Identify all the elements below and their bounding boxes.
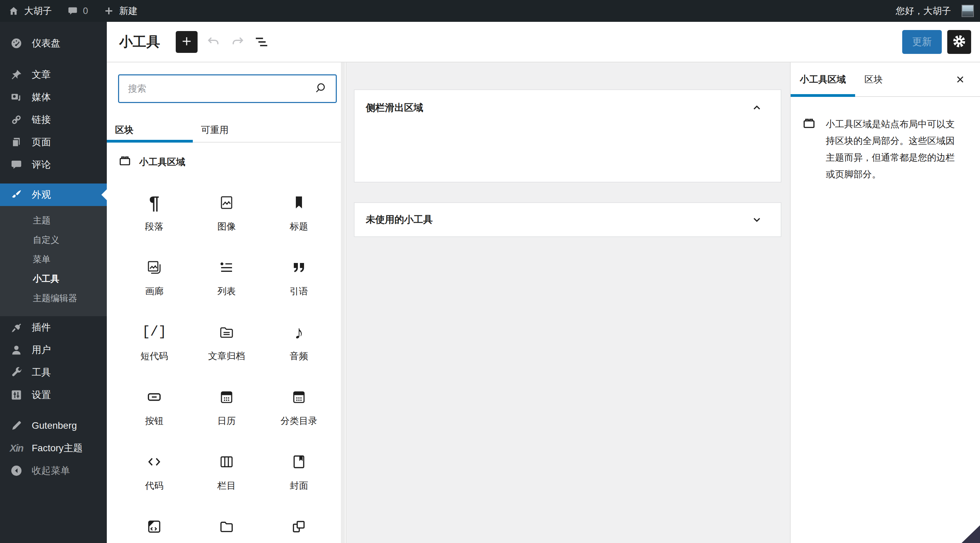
settings-button[interactable]: [947, 30, 971, 54]
cover-icon: [291, 453, 307, 471]
sidebar-item-pages[interactable]: 页面: [0, 131, 107, 154]
submenu-item-themes[interactable]: 主题: [0, 211, 107, 230]
sidebar-item-links[interactable]: 链接: [0, 108, 107, 131]
block-item-custom-html-partial[interactable]: [118, 518, 190, 543]
inserter-tabs: 区块 可重用: [107, 118, 342, 143]
block-item-calendar[interactable]: 日历: [190, 388, 263, 432]
home-icon: [8, 5, 19, 16]
sidebar-item-posts[interactable]: 文章: [0, 64, 107, 86]
calendar-icon: [218, 388, 235, 406]
sliders-icon: [9, 389, 24, 401]
chevron-down-icon[interactable]: [751, 214, 763, 226]
undo-button[interactable]: [206, 34, 221, 50]
sidebar-item-plugins[interactable]: 插件: [0, 316, 107, 339]
block-item-list[interactable]: 列表: [190, 259, 263, 303]
sidebar-item-xin-factory-theme[interactable]: Xin Factory主题: [0, 437, 107, 459]
add-block-button[interactable]: [176, 31, 197, 53]
tab-reusable[interactable]: 可重用: [193, 118, 279, 142]
sidebar-item-settings[interactable]: 设置: [0, 384, 107, 406]
panel-title: 侧栏滑出区域: [366, 101, 423, 114]
sidebar-item-label: 页面: [32, 136, 51, 149]
block-grid: ¶ 段落 图像 标题 画廊: [118, 194, 335, 543]
block-item-audio[interactable]: ♪ 音频: [263, 323, 335, 368]
archives-folder-icon: [218, 323, 235, 341]
list-view-button[interactable]: [253, 34, 269, 50]
admin-bar-new[interactable]: 新建: [104, 5, 137, 17]
site-name: 大胡子: [24, 5, 52, 17]
current-menu-arrow: [101, 189, 107, 200]
admin-bar-comments[interactable]: 0: [68, 6, 88, 16]
settings-tabs: 小工具区域 区块: [791, 62, 980, 97]
search-icon: [314, 81, 327, 96]
block-item-cover[interactable]: 封面: [263, 453, 335, 497]
scrollbar-track[interactable]: [341, 62, 345, 543]
block-item-heading[interactable]: 标题: [263, 194, 335, 238]
redo-button[interactable]: [230, 34, 245, 50]
submenu-item-theme-editor[interactable]: 主题编辑器: [0, 289, 107, 308]
sidebar-item-media[interactable]: 媒体: [0, 86, 107, 108]
panel-header[interactable]: 侧栏滑出区域: [355, 90, 781, 125]
panel-header[interactable]: 未使用的小工具: [355, 203, 781, 237]
block-item-code[interactable]: 代码: [118, 453, 190, 497]
editor-header: 小工具 更新: [107, 22, 980, 62]
sidebar-item-label: 链接: [32, 113, 51, 126]
close-icon[interactable]: [955, 74, 966, 85]
block-item-gallery[interactable]: 画廊: [118, 259, 190, 303]
wordpress-widgets-screen: 大胡子 0 新建 您好，大胡子: [0, 0, 980, 543]
folder-icon: [218, 518, 235, 535]
submenu-item-customize[interactable]: 自定义: [0, 230, 107, 250]
block-item-image[interactable]: 图像: [190, 194, 263, 238]
block-item-file-partial[interactable]: [190, 518, 263, 543]
sidebar-item-collapse-menu[interactable]: 收起菜单: [0, 459, 107, 482]
block-item-archives[interactable]: 文章归档: [190, 323, 263, 368]
html-file-icon: [146, 518, 162, 535]
sidebar-item-label: 媒体: [32, 91, 51, 104]
submenu-item-menus[interactable]: 菜单: [0, 250, 107, 269]
appearance-submenu: 主题 自定义 菜单 小工具 主题编辑器: [0, 206, 107, 316]
music-note-icon: ♪: [294, 323, 304, 341]
sidebar-item-users[interactable]: 用户: [0, 339, 107, 361]
submenu-item-widgets[interactable]: 小工具: [0, 269, 107, 289]
sidebar-item-label: Gutenberg: [32, 420, 77, 431]
new-label: 新建: [119, 5, 137, 17]
admin-bar-site-link[interactable]: 大胡子: [8, 5, 52, 17]
widget-area-panel-sidebar-slideout: 侧栏滑出区域: [354, 89, 781, 183]
button-block-icon: [146, 388, 162, 406]
tab-blocks[interactable]: 区块: [107, 118, 193, 142]
bookmark-icon: [291, 194, 307, 211]
tab-widget-area[interactable]: 小工具区域: [791, 62, 855, 96]
media-icon: [9, 91, 24, 103]
block-item-embed-partial[interactable]: [263, 518, 335, 543]
widget-area-icon: [118, 154, 132, 170]
sidebar-item-label: 评论: [32, 158, 51, 171]
search-box: [118, 75, 337, 103]
update-button[interactable]: 更新: [902, 30, 942, 54]
pencil-icon: [9, 419, 24, 432]
admin-bar-account[interactable]: 您好，大胡子: [896, 5, 974, 17]
sidebar-item-gutenberg[interactable]: Gutenberg: [0, 414, 107, 437]
chevron-up-icon[interactable]: [751, 102, 763, 114]
widgets-canvas: 侧栏滑出区域 未使用的小工具: [346, 62, 790, 543]
sidebar-item-appearance[interactable]: 外观: [0, 184, 107, 206]
sidebar-item-label: 外观: [32, 188, 51, 201]
sidebar-item-tools[interactable]: 工具: [0, 361, 107, 384]
sidebar-item-comments[interactable]: 评论: [0, 154, 107, 176]
block-item-button[interactable]: 按钮: [118, 388, 190, 432]
widget-area-section-header: 小工具区域: [118, 154, 185, 170]
block-inserter-panel: 区块 可重用 小工具区域 ¶ 段落 图像: [107, 62, 346, 543]
sidebar-item-dashboard[interactable]: 仪表盘: [0, 32, 107, 55]
user-icon: [9, 344, 24, 356]
sidebar-item-label: 用户: [32, 343, 51, 356]
block-item-paragraph[interactable]: ¶ 段落: [118, 194, 190, 238]
block-item-categories[interactable]: 分类目录: [263, 388, 335, 432]
comment-count: 0: [83, 6, 88, 16]
block-item-columns[interactable]: 栏目: [190, 453, 263, 497]
sidebar-item-label: 插件: [32, 321, 51, 334]
tab-block[interactable]: 区块: [855, 62, 892, 96]
block-item-shortcode[interactable]: [/] 短代码: [118, 323, 190, 368]
search-input[interactable]: [128, 84, 314, 94]
widget-area-description: 小工具区域是站点布局中可以支持区块的全局部分。这些区域因主题而异，但通常都是您的…: [826, 116, 960, 183]
block-item-quote[interactable]: 引语: [263, 259, 335, 303]
gallery-icon: [146, 259, 162, 276]
quote-icon: [291, 259, 307, 276]
